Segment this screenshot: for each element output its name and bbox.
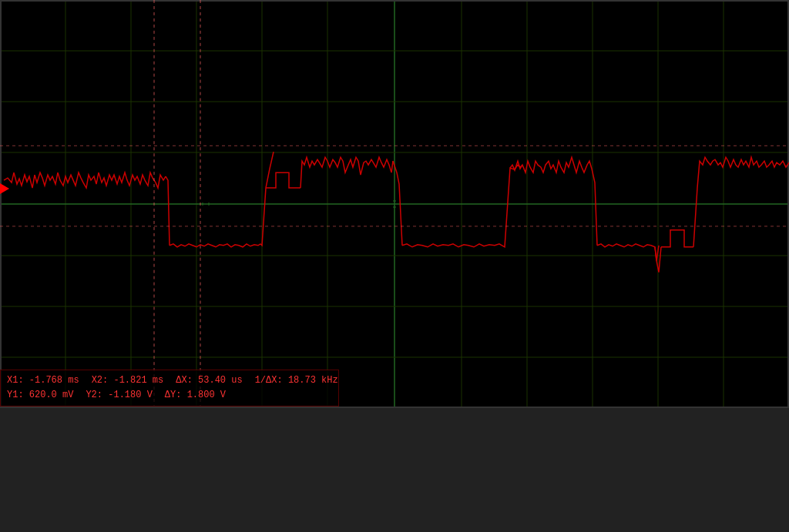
- waveform-display: [0, 0, 789, 407]
- y1-measurement: Y1: 620.0 mV: [7, 388, 73, 403]
- y2-measurement: Y2: -1.180 V: [86, 388, 152, 403]
- x1-measurement: X1: -1.768 ms: [7, 373, 79, 388]
- measurements-overlay: X1: -1.768 ms X2: -1.821 ms ΔX: 53.40 us…: [0, 370, 339, 407]
- scope-screen: X1: -1.768 ms X2: -1.821 ms ΔX: 53.40 us…: [0, 0, 789, 408]
- y-axis-marker: [0, 183, 9, 194]
- x2-measurement: X2: -1.821 ms: [92, 373, 164, 388]
- dy-measurement: ΔY: 1.800 V: [165, 388, 226, 403]
- inv-dx-measurement: 1/ΔX: 18.73 kHz: [255, 373, 338, 388]
- bottom-panel: No channel is selected: [0, 408, 789, 532]
- dx-measurement: ΔX: 53.40 us: [176, 373, 242, 388]
